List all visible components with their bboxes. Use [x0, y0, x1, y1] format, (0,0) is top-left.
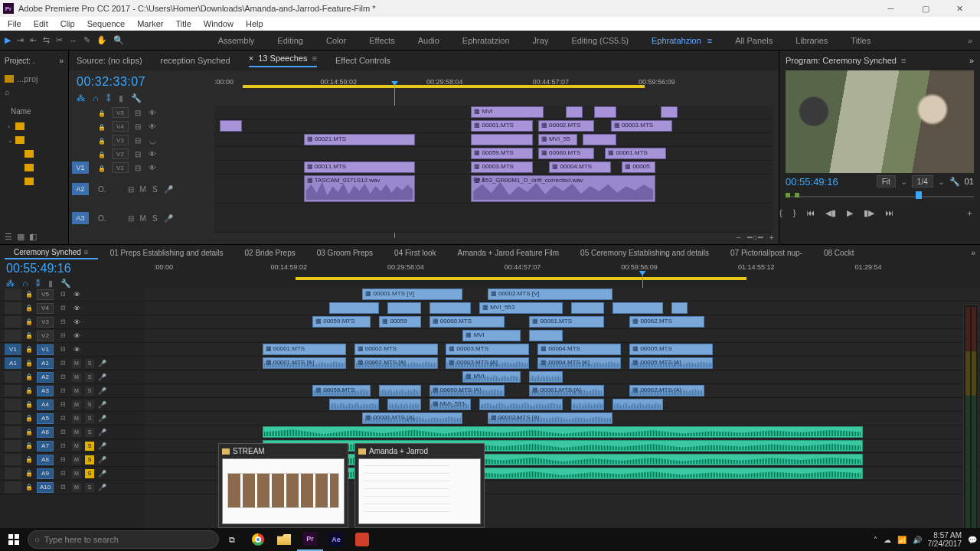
workspace-tab[interactable]: Editing: [277, 36, 303, 45]
clip[interactable]: ▦ TASCAM_0371S12.wav: [304, 175, 416, 202]
go-to-out-icon[interactable]: ⏭: [885, 208, 893, 217]
clip[interactable]: [387, 399, 421, 410]
clip[interactable]: ▦ 00003.MTS: [471, 161, 532, 173]
clip[interactable]: [529, 330, 563, 341]
clip[interactable]: ▦ 053_GR00M1_D_drift_corrected.wavCh.1: [471, 175, 655, 202]
track-select-forward-icon[interactable]: ⇥: [17, 35, 24, 45]
sequence-tab[interactable]: 08 Cockt: [815, 247, 863, 259]
menu-marker[interactable]: Marker: [132, 19, 168, 28]
clip[interactable]: [594, 106, 616, 118]
bin-icon[interactable]: [24, 178, 34, 185]
tray-notifications-icon[interactable]: 💬: [968, 536, 977, 544]
source-track-header[interactable]: V5⊟👁: [69, 106, 214, 119]
task-view-button[interactable]: ⧉: [219, 528, 245, 551]
clip[interactable]: ▦ MVI: [471, 106, 544, 118]
source-tab[interactable]: reception Synched: [161, 56, 230, 65]
timeline-track-header[interactable]: 🔒A3⊟MS🎤: [0, 384, 145, 398]
timeline-track-header[interactable]: 🔒V2⊟👁: [0, 329, 145, 343]
clip[interactable]: ▦ 00061.MTS: [529, 316, 604, 328]
track-select-back-icon[interactable]: ⇤: [30, 35, 37, 45]
bin-icon[interactable]: [15, 122, 24, 130]
sequence-tab[interactable]: 05 Ceremony Establishing and details: [571, 247, 718, 259]
button-editor-icon[interactable]: ＋: [965, 207, 974, 219]
clip[interactable]: ▦ MVI: [462, 330, 521, 341]
zoom-slider[interactable]: ━○━: [747, 233, 763, 243]
tray-volume-icon[interactable]: 🔊: [913, 536, 922, 544]
clip[interactable]: [387, 302, 421, 314]
linked-selection-icon[interactable]: ⁑: [106, 93, 111, 103]
clip[interactable]: ▦ 00004.MTS: [549, 161, 610, 173]
taskbar-chrome[interactable]: [245, 528, 271, 551]
bin-icon[interactable]: [24, 164, 34, 171]
clip[interactable]: [471, 134, 532, 145]
program-tab[interactable]: Program: Ceremony Synched: [786, 56, 897, 65]
clip[interactable]: [529, 371, 563, 383]
clip[interactable]: [479, 399, 563, 410]
clip[interactable]: ▦ 00001.MTS: [263, 344, 346, 355]
clip[interactable]: ▦ 00004.MTS [A]: [537, 357, 621, 369]
source-timeline[interactable]: 00:32:33:07 ⁂ ∩ ⁑ ▮ 🔧 :00:0000:14:59:020…: [69, 70, 779, 244]
overflow-icon[interactable]: »: [960, 36, 980, 45]
source-track-header[interactable]: V2⊟👁: [69, 147, 214, 161]
clip[interactable]: [612, 302, 662, 314]
tray-onedrive-icon[interactable]: ☁: [884, 536, 891, 544]
taskbar-explorer[interactable]: [271, 528, 297, 551]
timeline-track-header[interactable]: 🔒A5⊟MS🎤: [0, 412, 145, 425]
program-scrubber[interactable]: [779, 190, 980, 202]
clip[interactable]: ▦ 00002.MTS [A]: [488, 412, 613, 424]
panel-overflow-icon[interactable]: »: [969, 56, 974, 65]
menu-edit[interactable]: Edit: [29, 19, 53, 28]
menu-sequence[interactable]: Sequence: [83, 19, 130, 28]
timeline-track-header[interactable]: 🔒A10⊟MS🎤: [0, 481, 145, 494]
source-track-header[interactable]: A3O.⊟MS🎤: [69, 204, 214, 233]
mark-out-icon[interactable]: }: [793, 208, 796, 217]
list-view-icon[interactable]: ☰: [5, 232, 12, 242]
sequence-tab[interactable]: 03 Groom Preps: [308, 247, 382, 259]
clip[interactable]: ▦ 00001.MTS: [471, 120, 532, 132]
hand-tool-icon[interactable]: ✋: [96, 35, 107, 45]
clip[interactable]: ▦ 00003.MTS: [446, 344, 529, 355]
timeline-track-header[interactable]: A1🔒A1⊟MS🎤: [0, 357, 145, 370]
source-tab[interactable]: Effect Controls: [335, 56, 390, 65]
workspace-tab[interactable]: All Panels: [735, 36, 773, 45]
marker-icon[interactable]: [786, 193, 790, 197]
taskbar-preview[interactable]: Amanda + Jarrod: [354, 443, 485, 528]
project-bin-list[interactable]: › ⌄: [0, 118, 68, 229]
source-timecode[interactable]: 00:32:33:07: [77, 75, 145, 89]
clip[interactable]: [263, 426, 864, 438]
source-track-header[interactable]: V4⊟👁: [69, 119, 214, 133]
panel-menu-icon[interactable]: »: [59, 57, 64, 65]
sequence-tab[interactable]: Amanda + Jarod Feature Film: [449, 247, 569, 259]
source-tab[interactable]: × 13 Speeches≡: [249, 54, 317, 67]
clip[interactable]: ▦ 00002.MTS: [538, 120, 594, 132]
taskbar-app[interactable]: [349, 528, 375, 551]
panel-menu-icon[interactable]: ≡: [901, 56, 906, 65]
clip[interactable]: ▦ 00005.: [622, 161, 655, 173]
source-track-header[interactable]: V1V1⊟👁: [69, 161, 214, 174]
workspace-tab[interactable]: Effects: [369, 36, 394, 45]
workspace-tab[interactable]: Ephratahzion: [652, 36, 701, 45]
clip[interactable]: ▦ 00004.MTS: [537, 344, 621, 355]
sequence-tab[interactable]: Ceremony Synched≡: [5, 246, 98, 259]
clip[interactable]: ▦ 00059.MTS: [471, 148, 532, 159]
magnet-icon[interactable]: ∩: [93, 93, 99, 103]
clip[interactable]: ▦ 00002.MTS [V]: [488, 289, 613, 300]
clip[interactable]: [671, 302, 688, 314]
clip[interactable]: ▦ 00061.MTS [A]: [529, 385, 604, 396]
clip[interactable]: ▦ 00060.MTS: [430, 316, 505, 328]
play-icon[interactable]: ▶: [847, 208, 853, 218]
search-icon[interactable]: ⌕: [0, 87, 68, 104]
scale-dropdown[interactable]: 1/4: [912, 175, 933, 187]
zoom-tool-icon[interactable]: 🔍: [113, 35, 124, 45]
maximize-button[interactable]: ▢: [908, 0, 942, 17]
source-track-header[interactable]: A2O.⊟MS🎤: [69, 174, 214, 204]
clip[interactable]: ▦ MVI_553: [430, 399, 472, 410]
ripple-edit-icon[interactable]: ⇆: [43, 35, 50, 45]
clip[interactable]: ▦ 00060.MTS: [538, 148, 594, 159]
bin-icon[interactable]: [15, 136, 24, 144]
snap-icon[interactable]: ⁂: [77, 93, 85, 103]
timeline-track-header[interactable]: 🔒A7⊟MS🎤: [0, 439, 145, 453]
workspace-tab[interactable]: Libraries: [795, 36, 828, 45]
slip-tool-icon[interactable]: ↔: [69, 36, 77, 45]
razor-tool-icon[interactable]: ✂: [56, 35, 63, 45]
